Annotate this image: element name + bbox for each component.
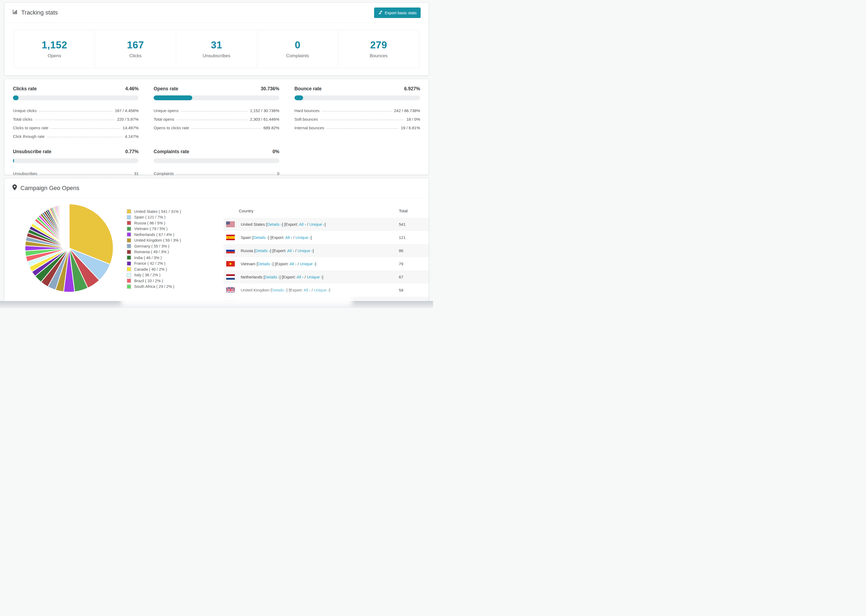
- stat-complaints-value: 0: [295, 39, 301, 51]
- details-link[interactable]: Details ›: [254, 235, 268, 240]
- details-link[interactable]: Details ›: [267, 222, 282, 226]
- flag-united-states-icon: [226, 222, 235, 227]
- legend-item: Spain ( 121 / 7% ): [127, 214, 181, 220]
- legend-swatch: [127, 221, 131, 225]
- stat-line: Unique clicks167 / 4.456%: [13, 104, 139, 113]
- table-row: Russia [Details ›] [Export: All › / Uniq…: [224, 244, 429, 257]
- opens-rate-value: 30.736%: [261, 86, 279, 92]
- legend-item: Netherlands ( 67 / 4% ): [127, 232, 181, 237]
- stat-unsubscribes-value: 31: [211, 39, 222, 51]
- export-unique-link[interactable]: Unique ›: [307, 275, 322, 279]
- stat-line: Clicks to opens rate14.497%: [13, 121, 139, 130]
- unsubscribe-rate-value: 0.77%: [125, 149, 139, 154]
- clicks-rate-block: Clicks rate 4.46% Unique clicks167 / 4.4…: [13, 84, 139, 139]
- map-pin-icon: [13, 184, 17, 192]
- country-cell: Spain [Details ›] [Export: All › / Uniqu…: [241, 235, 312, 240]
- tracking-stats-card: Tracking stats Export basic stats 1,152 …: [4, 2, 429, 76]
- export-all-link[interactable]: All ›: [287, 248, 294, 253]
- legend-swatch: [127, 215, 131, 220]
- total-cell: 86: [399, 248, 403, 253]
- opens-rate-block: Opens rate 30.736% Unique opens1,152 / 3…: [154, 84, 279, 139]
- export-unique-link[interactable]: Unique ›: [295, 235, 311, 240]
- stat-complaints: 0 Complaints: [257, 30, 338, 68]
- clicks-rate-value: 4.46%: [125, 86, 139, 92]
- export-unique-link[interactable]: Unique ›: [300, 261, 315, 266]
- stat-clicks-value: 167: [127, 39, 144, 51]
- summary-stats-row: 1,152 Opens 167 Clicks 31 Unsubscribes 0…: [14, 30, 419, 68]
- total-cell: 67: [399, 275, 403, 279]
- stat-opens: 1,152 Opens: [14, 30, 95, 68]
- complaints-rate-title: Complaints rate: [154, 149, 189, 154]
- legend-swatch: [127, 209, 131, 214]
- stat-line: Unique opens1,152 / 30.736%: [154, 104, 279, 113]
- export-all-link[interactable]: All ›: [290, 261, 297, 266]
- stat-bounces-label: Bounces: [370, 53, 387, 58]
- stat-unsubscribes-label: Unsubscribes: [203, 53, 230, 58]
- legend-swatch: [127, 244, 131, 248]
- export-all-link[interactable]: All ›: [299, 222, 306, 226]
- country-cell: United States [Details ›] [Export: All ›…: [241, 222, 326, 226]
- legend-item: Vietnam ( 79 / 5% ): [127, 226, 181, 232]
- legend-item: Italy ( 36 / 2% ): [127, 272, 181, 278]
- tracking-stats-header: Tracking stats Export basic stats: [4, 3, 429, 23]
- legend-item: United States ( 541 / 31% ): [127, 209, 181, 214]
- unsubscribe-rate-title: Unsubscribe rate: [13, 149, 51, 154]
- export-all-link[interactable]: All ›: [297, 275, 304, 279]
- legend-swatch: [127, 238, 131, 243]
- legend-swatch: [127, 284, 131, 289]
- page-title: Tracking stats: [13, 9, 58, 16]
- export-icon: [378, 10, 383, 15]
- country-cell: Vietnam [Details ›] [Export: All › / Uni…: [241, 261, 316, 266]
- legend-swatch: [127, 255, 131, 260]
- bounce-rate-value: 6.927%: [404, 86, 420, 92]
- legend-item: Russia ( 86 / 5% ): [127, 220, 181, 226]
- clicks-rate-progressbar: [13, 96, 139, 100]
- legend-swatch: [127, 250, 131, 254]
- stat-line: Total clicks220 / 5.87%: [13, 113, 139, 121]
- stat-unsubscribes: 31 Unsubscribes: [176, 30, 257, 68]
- stat-bounces: 279 Bounces: [338, 30, 419, 68]
- flag-vietnam-icon: [226, 261, 235, 267]
- export-unique-link[interactable]: Unique ›: [309, 222, 324, 226]
- total-cell: 59: [399, 288, 403, 292]
- table-row: United States [Details ›] [Export: All ›…: [224, 218, 429, 231]
- country-cell: Russia [Details ›] [Export: All › / Uniq…: [241, 248, 314, 253]
- rates-card: Clicks rate 4.46% Unique clicks167 / 4.4…: [4, 79, 429, 175]
- bounce-rate-progressbar: [294, 96, 420, 100]
- legend-swatch: [127, 261, 131, 266]
- stat-line: Total opens2,303 / 61.446%: [154, 113, 279, 121]
- details-link[interactable]: Details ›: [265, 275, 279, 279]
- bounce-rate-title: Bounce rate: [294, 86, 322, 92]
- table-row: Netherlands [Details ›] [Export: All › /…: [224, 270, 429, 284]
- details-link[interactable]: Details ›: [255, 248, 270, 253]
- total-column-header: Total: [399, 209, 408, 214]
- legend-swatch: [127, 273, 131, 277]
- campaign-geo-opens-card: Campaign Geo Opens United States ( 541 /…: [4, 178, 429, 308]
- bottom-overlay: [121, 292, 352, 306]
- legend-item: Romania ( 49 / 3% ): [127, 249, 181, 255]
- details-link[interactable]: Details ›: [258, 261, 272, 266]
- clicks-rate-title: Clicks rate: [13, 86, 37, 92]
- legend-item: India ( 46 / 3% ): [127, 255, 181, 261]
- stat-line: Complaints0: [154, 167, 279, 176]
- bounce-rate-block: Bounce rate 6.927% Hard bounces242 / 86.…: [294, 84, 420, 139]
- country-column-header: Country: [239, 209, 254, 214]
- stat-line: Internal bounces19 / 6.81%: [294, 121, 420, 130]
- legend-swatch: [127, 278, 131, 283]
- legend-item: South Africa ( 29 / 2% ): [127, 284, 181, 290]
- export-basic-stats-button[interactable]: Export basic stats: [374, 8, 420, 18]
- stat-bounces-value: 279: [370, 39, 387, 51]
- stat-opens-label: Opens: [47, 53, 61, 58]
- export-all-link[interactable]: All ›: [285, 235, 292, 240]
- geo-pie-chart: [24, 203, 115, 294]
- legend-swatch: [127, 232, 131, 237]
- geo-title: Campaign Geo Opens: [13, 184, 79, 192]
- table-row: Spain [Details ›] [Export: All › / Uniqu…: [224, 231, 429, 244]
- export-unique-link[interactable]: Unique ›: [298, 248, 313, 253]
- total-cell: 541: [399, 222, 406, 226]
- opens-rate-progressbar: [154, 96, 279, 100]
- stat-opens-value: 1,152: [42, 39, 67, 51]
- legend-swatch: [127, 226, 131, 231]
- stat-line: Hard bounces242 / 86.738%: [294, 104, 420, 113]
- table-header: Country Total: [224, 204, 429, 218]
